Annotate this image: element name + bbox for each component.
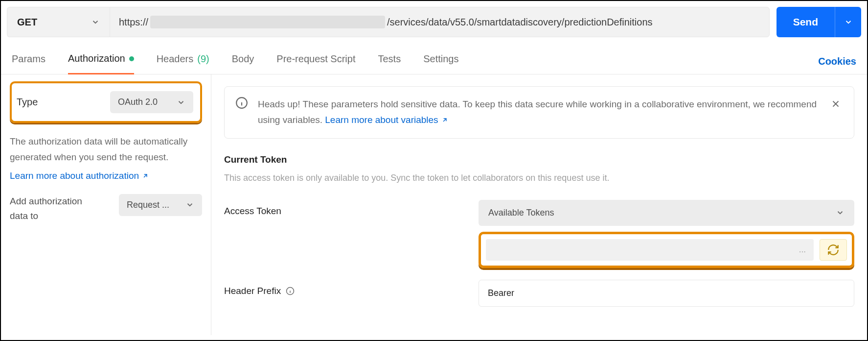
tab-body[interactable]: Body [232, 49, 254, 73]
auth-type-value: OAuth 2.0 [118, 97, 158, 107]
tab-authorization-label: Authorization [68, 53, 125, 64]
learn-more-variables-text: Learn more about variables [325, 112, 438, 128]
available-tokens-select[interactable]: Available Tokens [479, 200, 854, 226]
alert-close-button[interactable] [828, 97, 843, 113]
headers-count: (9) [197, 53, 209, 65]
external-link-icon [142, 172, 149, 179]
header-prefix-input[interactable] [479, 280, 854, 307]
add-auth-data-value: Request ... [127, 200, 169, 210]
add-auth-data-select[interactable]: Request ... [119, 194, 202, 216]
sync-token-button[interactable] [820, 239, 847, 261]
url-redacted-segment [150, 16, 385, 28]
tab-pre-request-script[interactable]: Pre-request Script [276, 49, 355, 73]
auth-left-panel: Type OAuth 2.0 The authorization data wi… [1, 74, 211, 335]
auth-type-select[interactable]: OAuth 2.0 [110, 91, 193, 113]
cookies-link[interactable]: Cookies [818, 56, 856, 67]
http-method-value: GET [17, 17, 37, 28]
tab-settings[interactable]: Settings [423, 49, 458, 73]
status-dot-icon [129, 56, 134, 61]
current-token-desc: This access token is only available to y… [224, 173, 854, 183]
url-input[interactable]: https:// /services/data/v55.0/smartdatad… [110, 7, 770, 37]
auth-type-label: Type [17, 97, 38, 108]
auth-type-row: Type OAuth 2.0 [10, 81, 202, 123]
learn-more-auth-link[interactable]: Learn more about authorization [10, 170, 149, 181]
send-button[interactable]: Send [777, 7, 835, 37]
current-token-title: Current Token [224, 154, 854, 165]
sensitive-data-alert: Heads up! These parameters hold sensitiv… [224, 86, 854, 139]
http-method-select[interactable]: GET [7, 7, 110, 37]
chevron-down-icon [177, 98, 185, 107]
access-token-value[interactable]: ... [486, 239, 814, 261]
add-auth-data-label: Add authorization data to [10, 194, 93, 224]
chevron-down-icon [844, 18, 853, 26]
token-ellipsis: ... [799, 245, 806, 255]
chevron-down-icon [836, 208, 845, 217]
chevron-down-icon [185, 200, 194, 209]
auth-description: The authorization data will be automatic… [10, 134, 202, 166]
tab-authorization[interactable]: Authorization [68, 49, 134, 74]
access-token-label: Access Token [224, 200, 479, 217]
url-prefix: https:// [119, 17, 148, 28]
send-options-button[interactable] [835, 7, 861, 37]
learn-more-variables-link[interactable]: Learn more about variables [325, 112, 448, 128]
info-icon [235, 97, 248, 109]
auth-right-panel: Heads up! These parameters hold sensitiv… [211, 74, 867, 335]
tab-headers[interactable]: Headers (9) [157, 49, 209, 73]
close-icon [830, 98, 841, 109]
request-tabs: Params Authorization Headers (9) Body Pr… [1, 37, 867, 74]
tab-tests[interactable]: Tests [378, 49, 401, 73]
external-link-icon [441, 117, 448, 123]
access-token-box: ... [479, 232, 854, 268]
available-tokens-value: Available Tokens [488, 208, 554, 218]
url-suffix: /services/data/v55.0/smartdatadiscovery/… [387, 17, 652, 28]
learn-more-auth-text: Learn more about authorization [10, 170, 139, 181]
chevron-down-icon [91, 18, 100, 26]
tab-headers-label: Headers [157, 53, 194, 65]
header-prefix-label: Header Prefix [224, 286, 281, 296]
info-icon[interactable] [286, 287, 295, 295]
tab-params[interactable]: Params [12, 49, 46, 73]
sync-icon [827, 244, 840, 256]
